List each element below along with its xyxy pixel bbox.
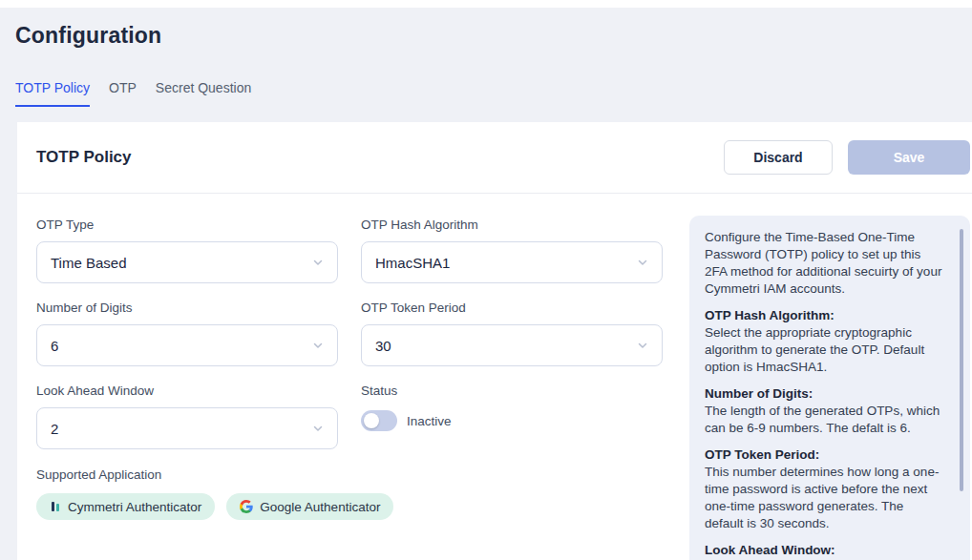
otp-hash-algorithm-value: HmacSHA1 [375, 255, 450, 271]
chip-label: Cymmetri Authenticator [68, 500, 201, 514]
field-look-ahead-window: Look Ahead Window 2 [36, 384, 338, 449]
chevron-down-icon [637, 340, 648, 351]
google-logo-icon [240, 500, 253, 513]
field-label: OTP Token Period [361, 301, 663, 315]
status-toggle[interactable] [361, 410, 397, 431]
otp-type-select[interactable]: Time Based [36, 241, 338, 283]
card-header: TOTP Policy Discard Save [17, 122, 972, 194]
chip-google-authenticator[interactable]: Google Authenticator [226, 493, 393, 520]
field-label: OTP Hash Algorithm [361, 218, 663, 232]
chip-cymmetri-authenticator[interactable]: Cymmetri Authenticator [36, 493, 215, 520]
help-section-heading: Number of Digits: [705, 385, 945, 403]
field-otp-type: OTP Type Time Based [36, 218, 338, 283]
save-button[interactable]: Save [848, 140, 970, 175]
help-section-heading: OTP Hash Algorithm: [705, 307, 945, 324]
toggle-knob [364, 413, 379, 428]
tab-secret-question[interactable]: Secret Question [156, 80, 251, 107]
field-label: Status [361, 384, 663, 398]
help-panel-scrollbar[interactable] [960, 229, 963, 491]
help-section-heading: Look Ahead Window: [705, 542, 945, 559]
help-section-number-of-digits: Number of Digits: The length of the gene… [705, 385, 945, 437]
otp-token-period-select[interactable]: 30 [361, 324, 663, 366]
field-label: Look Ahead Window [36, 384, 338, 398]
card-title: TOTP Policy [36, 148, 724, 167]
chevron-down-icon [312, 340, 324, 351]
otp-type-value: Time Based [51, 255, 126, 271]
look-ahead-window-value: 2 [51, 421, 58, 437]
help-panel: Configure the Time-Based One-Time Passwo… [689, 216, 970, 560]
help-section-body: The length of the generated OTPs, which … [705, 403, 945, 437]
field-status: Status Inactive [361, 384, 663, 449]
field-label: OTP Type [36, 218, 338, 232]
configuration-page: Configuration TOTP Policy OTP Secret Que… [0, 8, 972, 560]
discard-button[interactable]: Discard [724, 140, 833, 175]
look-ahead-window-select[interactable]: 2 [36, 407, 338, 449]
chip-label: Google Authenticator [260, 500, 380, 514]
supported-application-label: Supported Application [36, 467, 666, 482]
cymmetri-logo-icon [50, 501, 61, 512]
help-section-body: Select the appropriate cryptographic alg… [705, 324, 945, 376]
otp-token-period-value: 30 [375, 338, 391, 354]
help-section-otp-token-period: OTP Token Period: This number determines… [705, 446, 945, 532]
tab-otp[interactable]: OTP [109, 80, 137, 107]
tab-totp-policy[interactable]: TOTP Policy [15, 80, 90, 107]
help-section-body: This number determines how long a one-ti… [705, 464, 945, 532]
chevron-down-icon [312, 257, 324, 268]
field-otp-token-period: OTP Token Period 30 [361, 301, 663, 366]
number-of-digits-value: 6 [51, 338, 58, 354]
status-state-label: Inactive [407, 414, 452, 428]
chevron-down-icon [637, 257, 648, 268]
page-title: Configuration [15, 23, 161, 49]
field-label: Number of Digits [36, 301, 338, 315]
number-of-digits-select[interactable]: 6 [36, 324, 338, 366]
help-intro: Configure the Time-Based One-Time Passwo… [705, 229, 945, 298]
field-number-of-digits: Number of Digits 6 [36, 301, 338, 366]
tab-bar: TOTP Policy OTP Secret Question [15, 80, 251, 107]
chevron-down-icon [312, 423, 324, 434]
totp-policy-form: OTP Type Time Based OTP Hash Algorithm H… [36, 194, 666, 520]
otp-hash-algorithm-select[interactable]: HmacSHA1 [361, 241, 663, 283]
supported-application-section: Supported Application Cymmetri Authentic… [36, 467, 666, 520]
field-otp-hash-algorithm: OTP Hash Algorithm HmacSHA1 [361, 218, 663, 283]
help-section-heading: OTP Token Period: [705, 446, 945, 464]
help-section-otp-hash-algorithm: OTP Hash Algorithm: Select the appropria… [705, 307, 945, 376]
help-section-look-ahead-window: Look Ahead Window: The Look Ahead Window… [705, 542, 945, 560]
totp-policy-card: TOTP Policy Discard Save OTP Type Time B… [17, 122, 972, 560]
